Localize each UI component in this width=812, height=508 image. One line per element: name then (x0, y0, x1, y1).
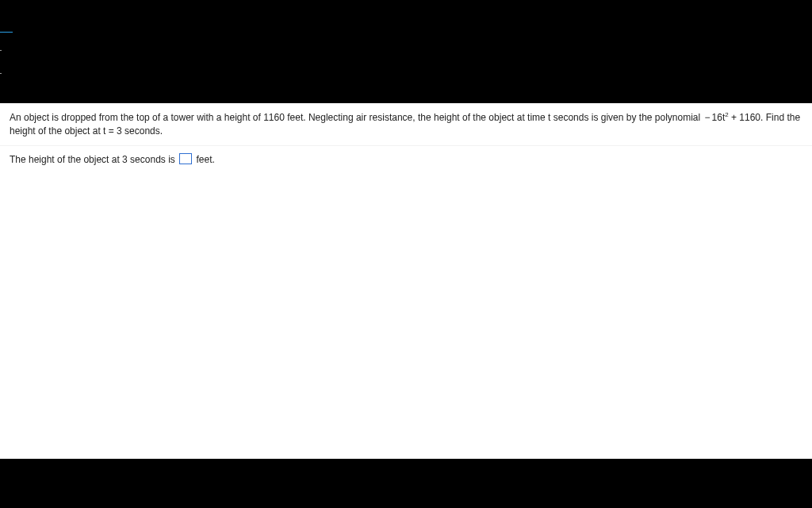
top-black-bar (0, 0, 812, 103)
nav-marker-line (0, 32, 13, 33)
answer-line: The height of the object at 3 seconds is… (0, 146, 812, 173)
question-text-block: An object is dropped from the top of a t… (0, 103, 812, 146)
answer-prefix: The height of the object at 3 seconds is (10, 154, 178, 165)
polynomial-negative-sign: − (705, 112, 710, 123)
question-prefix: An object is dropped from the top of a t… (10, 112, 703, 123)
polynomial-coefficient: 16t (712, 112, 726, 123)
answer-input-box[interactable] (179, 153, 192, 164)
tick-mark (0, 50, 2, 51)
tick-mark (0, 73, 2, 74)
bottom-black-bar (0, 459, 812, 508)
answer-suffix: feet. (196, 154, 214, 165)
